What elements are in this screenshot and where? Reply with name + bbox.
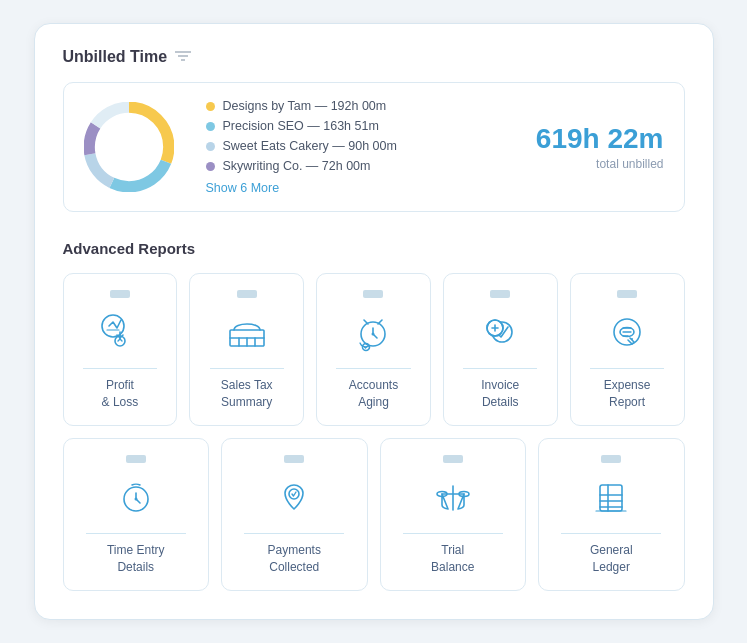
reports-title: Advanced Reports [63,240,685,257]
svg-point-16 [372,333,375,336]
legend-label-3: Sweet Eats Cakery — 90h 00m [223,139,397,153]
legend-item-2: Precision SEO — 163h 51m [206,119,504,133]
sales-tax-icon [221,308,273,356]
report-card-label-invoice-details: InvoiceDetails [481,377,519,411]
report-card-label-time-entry: Time EntryDetails [107,542,165,576]
card-pin [601,455,621,463]
report-card-label-payments: PaymentsCollected [268,542,321,576]
card-divider [210,368,284,369]
main-card: Unbilled Time [34,23,714,619]
reports-bottom-grid: Time EntryDetails PaymentsCollected [63,438,685,591]
report-card-payments[interactable]: PaymentsCollected [221,438,368,591]
total-time: 619h 22m [536,124,664,155]
report-card-time-entry[interactable]: Time EntryDetails [63,438,210,591]
invoice-details-icon [474,308,526,356]
card-divider [403,533,503,534]
filter-icon[interactable] [175,49,191,65]
report-card-profit-loss[interactable]: Profit& Loss [63,273,178,426]
card-pin [363,290,383,298]
unbilled-card: Designs by Tam — 192h 00m Precision SEO … [63,82,685,212]
legend-item-3: Sweet Eats Cakery — 90h 00m [206,139,504,153]
show-more-link[interactable]: Show 6 More [206,181,504,195]
report-card-invoice-details[interactable]: InvoiceDetails [443,273,558,426]
card-pin [443,455,463,463]
legend-label-2: Precision SEO — 163h 51m [223,119,379,133]
legend-area: Designs by Tam — 192h 00m Precision SEO … [206,99,504,195]
report-card-expense-report[interactable]: ExpenseReport [570,273,685,426]
total-unbilled-area: 619h 22m total unbilled [536,124,664,171]
report-card-accounts-aging[interactable]: AccountsAging [316,273,431,426]
legend-item-1: Designs by Tam — 192h 00m [206,99,504,113]
report-card-general-ledger[interactable]: GeneralLedger [538,438,685,591]
card-pin [237,290,257,298]
card-divider [590,368,664,369]
card-pin [110,290,130,298]
time-entry-icon [110,473,162,521]
expense-report-icon [601,308,653,356]
card-pin [126,455,146,463]
card-divider [463,368,537,369]
general-ledger-icon [585,473,637,521]
legend-dot-3 [206,142,215,151]
legend-item-4: Skywriting Co. — 72h 00m [206,159,504,173]
legend-dot-1 [206,102,215,111]
payments-icon [268,473,320,521]
unbilled-title: Unbilled Time [63,48,168,66]
card-pin [490,290,510,298]
trial-balance-icon [427,473,479,521]
svg-point-24 [631,338,633,340]
legend-label-1: Designs by Tam — 192h 00m [223,99,387,113]
report-card-label-sales-tax: Sales TaxSummary [221,377,273,411]
card-divider [336,368,410,369]
svg-point-26 [134,498,137,501]
card-divider [83,368,157,369]
accounts-aging-icon [347,308,399,356]
card-divider [561,533,661,534]
report-card-sales-tax[interactable]: Sales TaxSummary [189,273,304,426]
reports-section: Advanced Reports [63,240,685,590]
legend-dot-4 [206,162,215,171]
profit-loss-icon [94,308,146,356]
report-card-label-expense-report: ExpenseReport [604,377,651,411]
reports-top-grid: Profit& Loss Sales TaxSummary [63,273,685,426]
report-card-trial-balance[interactable]: TrialBalance [380,438,527,591]
total-label: total unbilled [536,157,664,171]
report-card-label-trial-balance: TrialBalance [431,542,474,576]
card-pin [617,290,637,298]
card-pin [284,455,304,463]
unbilled-section-header: Unbilled Time [63,48,685,66]
legend-dot-2 [206,122,215,131]
card-divider [86,533,186,534]
report-card-label-accounts-aging: AccountsAging [349,377,398,411]
report-card-label-general-ledger: GeneralLedger [590,542,633,576]
report-card-label-profit-loss: Profit& Loss [102,377,139,411]
card-divider [244,533,344,534]
donut-chart [84,102,174,192]
legend-label-4: Skywriting Co. — 72h 00m [223,159,371,173]
